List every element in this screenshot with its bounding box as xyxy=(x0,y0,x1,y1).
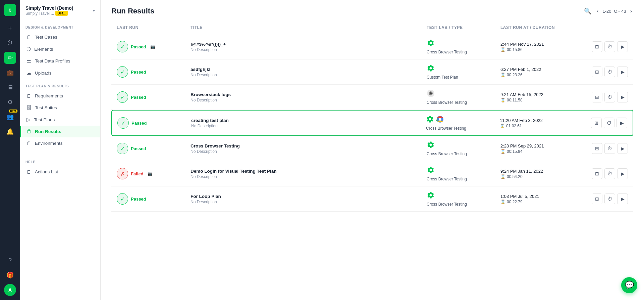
iconbar-gear[interactable]: ⚙ xyxy=(4,96,16,108)
app-sub-text: Simply Travel ... xyxy=(25,11,54,16)
schedule-button[interactable]: ⏱ xyxy=(604,168,615,179)
plan-section-label: TEST PLAN & RESULTS xyxy=(20,79,100,90)
schedule-button[interactable]: ⏱ xyxy=(604,194,615,204)
test-description: No Description xyxy=(191,200,427,204)
pagination-next[interactable]: › xyxy=(629,7,633,15)
sidebar-item-label: Uploads xyxy=(35,71,52,76)
play-icon: ▶ xyxy=(621,69,625,75)
iconbar-monitor[interactable]: 🖥 xyxy=(4,81,16,93)
duration-value: 00:22.79 xyxy=(507,200,523,204)
run-duration: ⌛ 00:22.79 xyxy=(500,200,588,204)
title-cell: creating test planNo Description xyxy=(191,118,426,128)
iconbar-clock[interactable]: ⏱ xyxy=(4,37,16,49)
table-row[interactable]: ✓PassedCross Browser TestingNo Descripti… xyxy=(111,136,633,161)
sidebar-item-uploads[interactable]: ☁ Uploads xyxy=(20,67,100,79)
sidebar-item-test-suites[interactable]: 🗄 Test Suites xyxy=(20,102,100,114)
header-right: 🔍 ‹ 1-20 OF 43 › xyxy=(584,7,633,15)
iconbar-edit[interactable]: ✏ xyxy=(4,52,16,64)
sidebar-item-elements[interactable]: ⬡ Elements xyxy=(20,43,100,55)
run-button[interactable]: ▶ xyxy=(617,67,628,77)
check-icon: ✓ xyxy=(120,145,125,152)
check-icon: ✓ xyxy=(121,120,125,126)
view-results-button[interactable]: ⊞ xyxy=(592,194,602,204)
run-button[interactable]: ▶ xyxy=(617,41,628,52)
schedule-button[interactable]: ⏱ xyxy=(604,118,614,128)
table-row[interactable]: ✓PassedFor Loop PlanNo Description Cross… xyxy=(111,186,633,212)
view-results-button[interactable]: ⊞ xyxy=(592,143,602,154)
run-button[interactable]: ▶ xyxy=(617,143,628,154)
run-results-icon: 🗒 xyxy=(26,129,32,134)
chat-bubble[interactable]: 💬 xyxy=(621,277,637,293)
sidebar-item-run-results[interactable]: 🗒 Run Results xyxy=(20,126,100,137)
lab-icons xyxy=(427,141,500,150)
sidebar-item-environments[interactable]: 🗒 Environments xyxy=(20,137,100,149)
camera-icon: 📷 xyxy=(148,171,153,176)
help-section-label: HELP xyxy=(20,155,100,166)
sidebar-item-label: Requirements xyxy=(35,93,63,98)
run-button[interactable]: ▶ xyxy=(617,168,628,179)
run-button[interactable]: ▶ xyxy=(617,194,628,204)
actions-cell: ⊞⏱▶ xyxy=(588,143,628,154)
run-button[interactable]: ▶ xyxy=(617,92,628,102)
view-results-button[interactable]: ⊞ xyxy=(591,118,602,128)
col-lab-type: Test Lab / Type xyxy=(427,25,500,30)
col-last-run: Last Run xyxy=(117,25,191,30)
iconbar-people[interactable]: 👥 xyxy=(4,111,16,123)
sidebar-item-actions-list[interactable]: 🗒 Actions List xyxy=(20,166,100,178)
sidebar-item-label: Test Plans xyxy=(34,117,55,122)
test-title: Browserstack logs xyxy=(191,92,427,97)
pagination-prev[interactable]: ‹ xyxy=(595,7,600,15)
status-cell: ✓Passed xyxy=(117,117,191,129)
sidebar-item-test-data-profiles[interactable]: 🗃 Test Data Profiles xyxy=(20,55,100,67)
test-title: For Loop Plan xyxy=(191,194,427,199)
table-row[interactable]: ✓PassedBrowserstack logsNo Description C… xyxy=(111,85,633,110)
sidebar: Simply Travel (Demo) Simply Travel ... D… xyxy=(20,0,101,300)
table-row[interactable]: ✓Passedcreating test planNo Description … xyxy=(111,110,633,136)
search-icon[interactable]: 🔍 xyxy=(584,7,591,15)
sidebar-item-test-cases[interactable]: 🗒 Test Cases xyxy=(20,31,100,43)
iconbar-question[interactable]: ? xyxy=(4,254,16,266)
status-label: Passed xyxy=(131,146,146,151)
status-label: Failed xyxy=(131,171,144,176)
time-cell: 2:44 PM Nov 17, 2021 ⌛ 00:15.86 xyxy=(500,42,588,52)
pagination-total: OF 43 xyxy=(614,9,626,14)
duration-value: 01:02.61 xyxy=(506,124,522,128)
elements-icon: ⬡ xyxy=(26,46,31,52)
time-cell: 9:21 AM Feb 15, 2022 ⌛ 00:11.58 xyxy=(500,92,588,102)
iconbar-plus[interactable]: + xyxy=(4,22,16,34)
table-row[interactable]: ✗Failed📷Demo Login for Visual Testing Te… xyxy=(111,161,633,186)
svg-point-2 xyxy=(430,92,432,94)
view-results-button[interactable]: ⊞ xyxy=(592,92,602,102)
run-button[interactable]: ▶ xyxy=(616,118,627,128)
test-description: No Description xyxy=(191,124,426,128)
sidebar-item-requirements[interactable]: 🗒 Requirements xyxy=(20,90,100,102)
lab-type-name: Cross Browser Testing xyxy=(427,50,500,54)
sidebar-chevron-icon[interactable]: ▾ xyxy=(93,8,95,13)
hourglass-icon: ⌛ xyxy=(500,124,505,128)
schedule-button[interactable]: ⏱ xyxy=(604,67,615,77)
schedule-button[interactable]: ⏱ xyxy=(604,143,615,154)
status-label: Passed xyxy=(131,197,146,202)
app-logo[interactable]: t xyxy=(4,4,16,16)
status-cell: ✓Passed xyxy=(117,66,191,78)
iconbar-gift[interactable]: 🎁 xyxy=(4,269,16,281)
check-icon: ✓ xyxy=(120,196,125,202)
view-results-button[interactable]: ⊞ xyxy=(592,41,602,52)
sidebar-item-test-plans[interactable]: ▷ Test Plans xyxy=(20,114,100,126)
app-name: Simply Travel (Demo) xyxy=(25,5,73,11)
user-avatar[interactable]: A xyxy=(4,284,16,296)
lab-icons xyxy=(427,191,500,201)
iconbar-bell[interactable]: 🔔 xyxy=(4,126,16,138)
schedule-button[interactable]: ⏱ xyxy=(604,41,615,52)
view-results-button[interactable]: ⊞ xyxy=(592,168,602,179)
iconbar-briefcase[interactable]: 💼 xyxy=(4,67,16,79)
table-row[interactable]: ✓Passed📷!@#$%^&*())))_+No Description Cr… xyxy=(111,34,633,59)
sidebar-divider xyxy=(20,152,100,152)
table-row[interactable]: ✓PassedasdfghjklNo Description Custom Te… xyxy=(111,59,633,85)
pagination-info: ‹ 1-20 OF 43 › xyxy=(595,7,633,15)
lab-icons xyxy=(426,115,500,125)
schedule-button[interactable]: ⏱ xyxy=(604,92,615,102)
actions-cell: ⊞⏱▶ xyxy=(587,118,627,128)
view-results-button[interactable]: ⊞ xyxy=(592,67,602,77)
test-description: No Description xyxy=(191,174,427,179)
